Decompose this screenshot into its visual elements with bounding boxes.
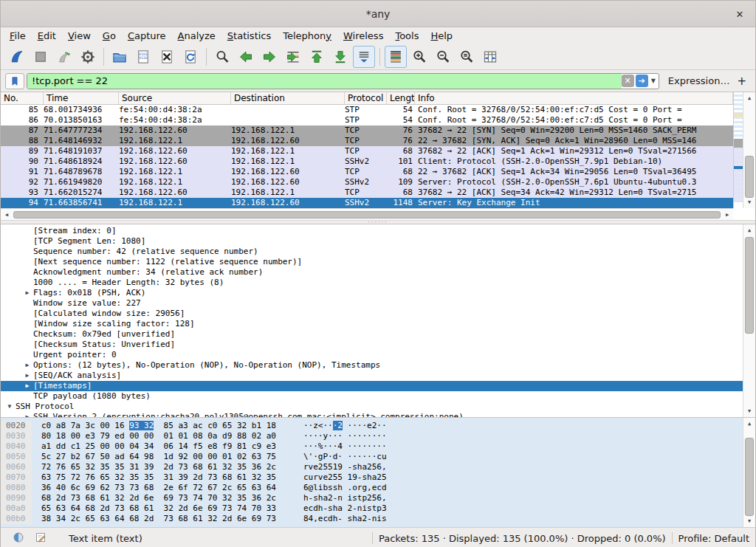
expand-icon[interactable]: ▶	[21, 288, 33, 298]
detail-line[interactable]: Sequence number: 42 (relative sequence n…	[1, 247, 743, 257]
vscroll-thumb[interactable]	[745, 156, 754, 198]
menu-capture[interactable]: Capture	[122, 29, 172, 43]
detail-line[interactable]: Window size value: 227	[1, 298, 743, 309]
detail-line[interactable]: Checksum: 0x79ed [unverified]	[1, 329, 743, 340]
hex-ascii[interactable]: curve255 19-sha25	[284, 472, 387, 483]
zoom-in-button[interactable]	[408, 46, 430, 68]
hex-row-0090[interactable]: 009068 2d 73 68 61 32 2d 6e 69 73 74 70 …	[1, 493, 743, 503]
detail-line[interactable]: TCP payload (1080 bytes)	[1, 391, 743, 402]
menu-tools[interactable]: Tools	[389, 29, 425, 43]
restart-capture-button[interactable]	[53, 46, 75, 68]
detail-line[interactable]: ▼SSH Protocol	[1, 402, 743, 412]
hex-bytes[interactable]: 68 2d 73 68 61 32 2d 6e 69 73 74 70 32 3…	[32, 493, 284, 503]
hex-bytes[interactable]: 65 63 64 68 2d 73 68 61 32 2d 6e 69 73 7…	[32, 503, 284, 514]
go-last-button[interactable]	[329, 46, 351, 68]
detail-line[interactable]: ▶Flags: 0x018 (PSH, ACK)	[1, 288, 743, 298]
packet-row-92[interactable]: 9271.661949820192.168.122.1192.168.122.6…	[1, 177, 733, 188]
menu-statistics[interactable]: Statistics	[221, 29, 277, 43]
packet-row-91[interactable]: 9171.648789678192.168.122.1192.168.122.6…	[1, 167, 733, 177]
column-header-source[interactable]: Source	[119, 92, 231, 104]
detail-line[interactable]: Urgent pointer: 0	[1, 350, 743, 360]
menu-help[interactable]: Help	[425, 29, 458, 43]
detail-line[interactable]: ▶[SEQ/ACK analysis]	[1, 371, 743, 381]
hex-row-0070[interactable]: 007063 75 72 76 65 32 35 35 31 39 2d 73 …	[1, 472, 743, 483]
resize-columns-button[interactable]	[479, 46, 501, 68]
hex-ascii[interactable]: 84,ecdh- sha2-nis	[284, 514, 387, 524]
ascii-selected-bytes[interactable]: ·2	[333, 421, 343, 430]
packet-row-89[interactable]: 8971.648191037192.168.122.60192.168.122.…	[1, 146, 733, 156]
save-file-button[interactable]: 01010110	[132, 46, 154, 68]
capture-options-button[interactable]	[77, 46, 99, 68]
detail-line[interactable]: [Calculated window size: 29056]	[1, 309, 743, 319]
scroll-right-icon[interactable]: ▶	[722, 210, 732, 220]
hex-ascii[interactable]: rve25519 -sha256,	[284, 462, 387, 472]
detail-line[interactable]: ▶[Timestamps]	[1, 381, 743, 391]
detail-line[interactable]: Acknowledgment number: 34 (relative ack …	[1, 267, 743, 278]
column-header-protocol[interactable]: Protocol	[345, 92, 387, 104]
hex-ascii[interactable]: ····y··· ········	[284, 431, 387, 441]
add-filter-button[interactable]: +	[737, 75, 746, 88]
hex-bytes[interactable]: 36 40 6c 69 62 73 73 68 2e 6f 72 67 2c 6…	[32, 483, 284, 493]
close-file-button[interactable]	[156, 46, 178, 68]
go-first-button[interactable]	[306, 46, 328, 68]
stop-capture-button[interactable]	[30, 46, 52, 68]
hex-row-0080[interactable]: 008036 40 6c 69 62 73 73 68 2e 6f 72 67 …	[1, 483, 743, 493]
hex-ascii[interactable]: h-sha2-n istp256,	[284, 493, 387, 503]
packet-list-vscrollbar[interactable]: ▲ ▼	[743, 92, 755, 208]
scroll-down-icon[interactable]: ▼	[743, 197, 755, 207]
scroll-up-icon[interactable]: ▲	[743, 225, 755, 235]
filter-apply-icon[interactable]: ➜	[636, 75, 648, 87]
packet-list-hscrollbar[interactable]: ◀ ▶	[1, 208, 733, 220]
hex-ascii[interactable]: ecdh-sha 2-nistp3	[284, 503, 387, 514]
open-file-button[interactable]	[109, 46, 131, 68]
expand-icon[interactable]: ▶	[21, 371, 33, 381]
column-header-info[interactable]: Info	[415, 92, 733, 104]
hex-row-0040[interactable]: 0040a1 dd c1 25 00 00 04 34 06 14 f5 e8 …	[1, 441, 743, 452]
close-icon[interactable]: ✕	[733, 7, 746, 21]
auto-scroll-button[interactable]	[353, 46, 375, 68]
hex-ascii[interactable]: ··z<···2 ····e2··	[284, 421, 387, 431]
hex-bytes[interactable]: 5c 27 b2 67 50 ad 64 98 1d 92 00 00 01 0…	[32, 452, 284, 462]
menu-view[interactable]: View	[62, 29, 97, 43]
column-header-length[interactable]: Length	[387, 92, 415, 104]
expression-button[interactable]: Expression…	[668, 75, 730, 86]
packet-row-90[interactable]: 9071.648618924192.168.122.60192.168.122.…	[1, 156, 733, 167]
expand-icon[interactable]: ▶	[21, 381, 33, 391]
hex-bytes[interactable]: c0 a8 7a 3c 00 16 93 32 85 a3 ac c0 65 3…	[32, 421, 284, 431]
menu-analyze[interactable]: Analyze	[172, 29, 221, 43]
detail-line[interactable]: ▶Options: (12 bytes), No-Operation (NOP)…	[1, 360, 743, 371]
hex-bytes[interactable]: 80 18 00 e3 79 ed 00 00 01 01 08 0a d9 8…	[32, 431, 284, 441]
hex-bytes[interactable]: 38 34 2c 65 63 64 68 2d 73 68 61 32 2d 6…	[32, 514, 284, 524]
hex-ascii[interactable]: \'·gP·d· ······cu	[284, 452, 387, 462]
hex-vscrollbar[interactable]: ▲ ▼	[743, 418, 755, 527]
profile-status[interactable]: Profile: Default	[678, 533, 749, 544]
hex-ascii[interactable]: ···%···4 ········	[284, 441, 387, 452]
menu-go[interactable]: Go	[97, 29, 122, 43]
hex-selected-bytes[interactable]: 93 32	[129, 421, 154, 430]
packet-row-94[interactable]: 9471.663856741192.168.122.1192.168.122.6…	[1, 198, 733, 208]
detail-line[interactable]: [Next sequence number: 1122 (relative se…	[1, 257, 743, 267]
reload-file-button[interactable]	[179, 46, 202, 68]
menu-file[interactable]: File	[4, 29, 32, 43]
go-back-button[interactable]	[235, 46, 257, 68]
menu-wireless[interactable]: Wireless	[337, 29, 389, 43]
hex-ascii[interactable]: 6@libssh .org,ecd	[284, 483, 387, 493]
go-to-packet-button[interactable]	[282, 46, 304, 68]
packet-row-87[interactable]: 8771.647777234192.168.122.60192.168.122.…	[1, 125, 733, 136]
go-forward-button[interactable]	[258, 46, 281, 68]
packet-row-93[interactable]: 9371.662015274192.168.122.60192.168.122.…	[1, 188, 733, 198]
intelligent-scrollbar-minimap[interactable]	[733, 92, 743, 208]
hex-row-00b0[interactable]: 00b038 34 2c 65 63 64 68 2d 73 68 61 32 …	[1, 514, 743, 524]
detail-line[interactable]: [TCP Segment Len: 1080]	[1, 236, 743, 247]
menu-telephony[interactable]: Telephony	[277, 29, 337, 43]
packet-row-88[interactable]: 8871.648146932192.168.122.1192.168.122.6…	[1, 136, 733, 146]
find-packet-button[interactable]	[211, 46, 233, 68]
detail-vscrollbar[interactable]: ▲ ▼	[743, 224, 755, 417]
zoom-original-button[interactable]	[456, 46, 478, 68]
scroll-left-icon[interactable]: ◀	[1, 210, 12, 220]
hex-row-0050[interactable]: 00505c 27 b2 67 50 ad 64 98 1d 92 00 00 …	[1, 452, 743, 462]
filter-bookmark-button[interactable]	[5, 73, 24, 89]
detail-line[interactable]: [Checksum Status: Unverified]	[1, 340, 743, 350]
scroll-down-icon[interactable]: ▼	[743, 516, 755, 526]
collapse-icon[interactable]: ▼	[4, 402, 16, 412]
